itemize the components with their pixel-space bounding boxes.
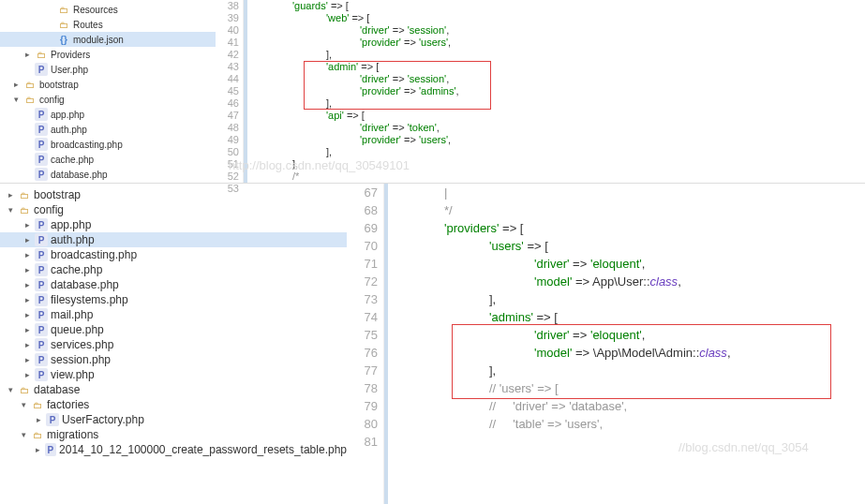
tree-item[interactable]: Papp.php	[0, 107, 216, 122]
line-number: 50	[219, 146, 239, 158]
tree-item-label: module.json	[73, 35, 124, 45]
tree-item-label: bootstrap	[39, 80, 79, 90]
tree-item[interactable]: ▸🗀bootstrap	[0, 187, 347, 202]
tree-item[interactable]: ▸Pmail.php	[0, 307, 347, 322]
code-line[interactable]: // 'users' => [	[399, 379, 865, 397]
code-line[interactable]: 'provider' => 'users',	[259, 134, 865, 146]
code-line[interactable]: 'driver' => 'session',	[259, 24, 865, 37]
file-tree-bottom[interactable]: ▸🗀bootstrap▾🗀config▸Papp.php▸Pauth.php▸P…	[0, 184, 347, 504]
file-tree-top[interactable]: 🗀Resources🗀Routes{}module.json▸🗀Provider…	[0, 0, 216, 183]
tree-item-label: database.php	[51, 278, 119, 291]
tree-item[interactable]: ▾🗀config	[0, 92, 216, 107]
tree-item[interactable]: ▸🗀bootstrap	[0, 77, 216, 92]
tree-item[interactable]: 🗀Resources	[0, 2, 216, 17]
tree-item[interactable]: ▸Pcache.php	[0, 262, 347, 277]
code-top[interactable]: 'guards' => ['web' => ['driver' => 'sess…	[244, 0, 865, 183]
line-number: 78	[352, 379, 378, 397]
code-bottom[interactable]: |*/'providers' => ['users' => ['driver' …	[384, 184, 865, 504]
tree-item[interactable]: Pfilesystems.php	[0, 182, 216, 183]
line-number: 77	[352, 362, 378, 379]
tree-item[interactable]: Pbroadcasting.php	[0, 137, 216, 152]
line-number: 70	[352, 237, 378, 255]
tree-item[interactable]: ▸Papp.php	[0, 217, 347, 232]
code-line[interactable]: 'driver' => 'eloquent',	[399, 326, 865, 344]
chevron-icon: ▸	[22, 310, 32, 319]
code-line[interactable]: // 'table' => 'users',	[399, 415, 865, 433]
tree-item[interactable]: Pcache.php	[0, 152, 216, 167]
line-number: 49	[219, 134, 239, 146]
line-number: 39	[219, 12, 239, 24]
line-number: 68	[352, 201, 378, 219]
code-line[interactable]: ],	[399, 290, 865, 308]
code-line[interactable]: 'driver' => 'eloquent',	[399, 255, 865, 273]
editor-top[interactable]: 38394041424344454647484950515253 'guards…	[216, 0, 865, 183]
tree-item[interactable]: ▸🗀Providers	[0, 47, 216, 62]
tree-item[interactable]: Pdatabase.php	[0, 167, 216, 182]
chevron-icon: ▾	[6, 385, 15, 394]
tree-item[interactable]: ▾🗀migrations	[0, 427, 347, 442]
code-line[interactable]: */	[399, 201, 865, 219]
tree-item-label: broadcasting.php	[51, 248, 137, 261]
tree-item[interactable]: ▸Pview.php	[0, 367, 347, 382]
code-line[interactable]: 'users' => [	[399, 237, 865, 255]
code-line[interactable]: /*	[259, 170, 865, 183]
tree-item[interactable]: {}module.json	[0, 32, 216, 47]
watermark: //blog.csdn.net/qq_3054	[679, 438, 809, 456]
tree-item[interactable]: ▸Pservices.php	[0, 337, 347, 352]
tree-item[interactable]: ▸Pauth.php	[0, 232, 347, 247]
code-line[interactable]: 'model' => \App\Model\Admin::class,	[399, 344, 865, 362]
code-line[interactable]: 'admins' => [	[399, 308, 865, 326]
code-line[interactable]: ],	[259, 49, 865, 61]
bottom-panel: ▸🗀bootstrap▾🗀config▸Papp.php▸Pauth.php▸P…	[0, 184, 865, 504]
tree-item[interactable]: ▾🗀factories	[0, 397, 347, 412]
code-line[interactable]: 'driver' => 'token',	[259, 122, 865, 134]
code-line[interactable]: 'driver' => 'session',	[259, 73, 865, 85]
folder-icon: 🗀	[23, 78, 37, 91]
code-line[interactable]: 'model' => App\User::class,	[399, 273, 865, 290]
tree-item-label: Resources	[73, 5, 118, 15]
code-line[interactable]: 'web' => [	[259, 12, 865, 24]
tree-item[interactable]: Pauth.php	[0, 122, 216, 137]
tree-item[interactable]: ▸PUserFactory.php	[0, 412, 347, 427]
folder-icon: 🗀	[31, 428, 44, 441]
chevron-icon: ▸	[22, 295, 32, 304]
code-line[interactable]: 'guards' => [	[259, 0, 865, 12]
line-number: 69	[352, 219, 378, 237]
tree-item-label: User.php	[51, 65, 88, 75]
php-file-icon: P	[35, 293, 48, 306]
code-line[interactable]: 'providers' => [	[399, 219, 865, 237]
chevron-icon: ▸	[34, 415, 43, 424]
chevron-icon: ▸	[22, 50, 32, 59]
tree-item[interactable]: PUser.php	[0, 62, 216, 77]
tree-item[interactable]: 🗀Routes	[0, 17, 216, 32]
tree-item[interactable]: ▸Psession.php	[0, 352, 347, 367]
tree-item-label: mail.php	[51, 308, 93, 321]
code-line[interactable]: ],	[259, 158, 865, 170]
tree-item[interactable]: ▾🗀config	[0, 202, 347, 217]
code-line[interactable]: ],	[259, 97, 865, 110]
tree-item[interactable]: ▸Pfilesystems.php	[0, 292, 347, 307]
tree-item[interactable]: ▸P2014_10_12_100000_create_password_rese…	[0, 442, 347, 457]
line-number: 44	[219, 73, 239, 85]
folder-icon: 🗀	[57, 3, 70, 16]
tree-item-label: cache.php	[51, 263, 102, 276]
tree-item[interactable]: ▸Pbroadcasting.php	[0, 247, 347, 262]
php-file-icon: P	[35, 338, 48, 351]
tree-item[interactable]: ▾🗀database	[0, 382, 347, 397]
tree-item[interactable]: ▸Pdatabase.php	[0, 277, 347, 292]
folder-icon: 🗀	[23, 93, 37, 106]
code-line[interactable]: ],	[259, 146, 865, 158]
code-line[interactable]: 'admin' => [	[259, 61, 865, 73]
line-number: 53	[219, 183, 239, 195]
code-line[interactable]: |	[399, 184, 865, 201]
code-line[interactable]: 'provider' => 'admins',	[259, 85, 865, 97]
editor-bottom[interactable]: 676869707172737475767778798081 |*/'provi…	[347, 184, 865, 504]
code-line[interactable]: 'api' => [	[259, 110, 865, 122]
php-file-icon: P	[35, 123, 48, 136]
tree-item[interactable]: ▸Pqueue.php	[0, 322, 347, 337]
line-number: 42	[219, 49, 239, 61]
code-line[interactable]: 'provider' => 'users',	[259, 37, 865, 49]
code-line[interactable]: ],	[399, 362, 865, 379]
chevron-icon: ▾	[19, 430, 28, 439]
code-line[interactable]: // 'driver' => 'database',	[399, 397, 865, 415]
